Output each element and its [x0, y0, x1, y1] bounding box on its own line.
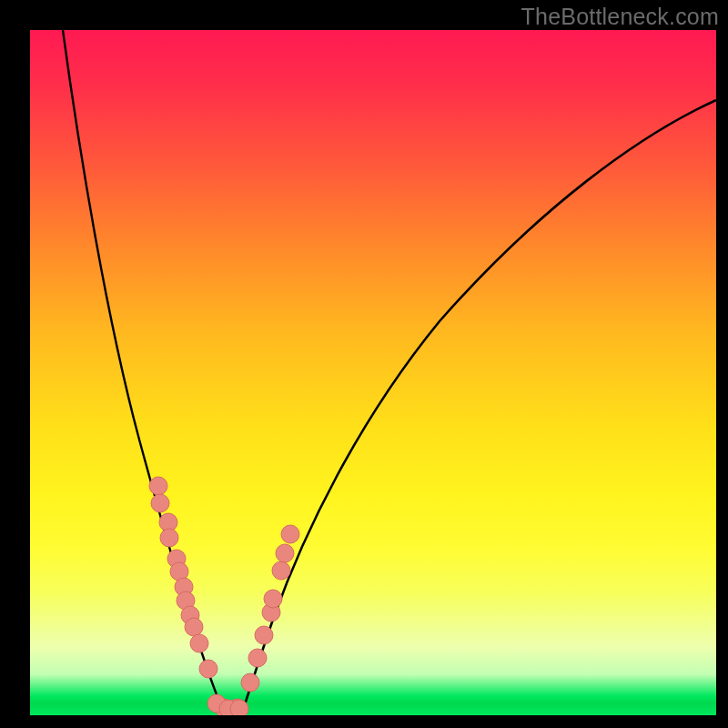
data-marker: [276, 544, 294, 562]
plot-area: [30, 30, 716, 715]
curve-layer: [30, 30, 716, 715]
marker-group: [149, 477, 299, 715]
right-curve: [241, 100, 716, 715]
chart-frame: TheBottleneck.com: [0, 0, 728, 728]
data-marker: [151, 494, 169, 512]
data-marker: [255, 626, 273, 644]
data-marker: [241, 673, 259, 692]
data-marker: [149, 477, 167, 495]
data-marker: [281, 525, 299, 543]
data-marker: [248, 649, 267, 667]
data-marker: [185, 618, 203, 636]
data-marker: [160, 529, 178, 547]
data-marker: [199, 660, 217, 678]
watermark-text: TheBottleneck.com: [521, 4, 719, 30]
data-marker: [272, 561, 290, 580]
data-marker: [190, 634, 208, 652]
data-marker: [264, 590, 282, 608]
left-curve: [63, 30, 226, 714]
data-marker: [230, 700, 248, 715]
curve-group: [63, 30, 716, 715]
